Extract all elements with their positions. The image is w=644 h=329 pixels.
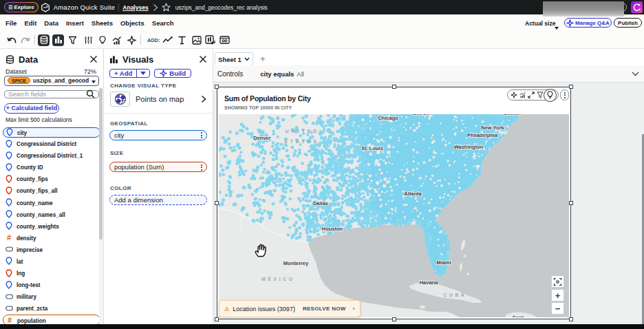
svg-text:Dallas: Dallas [313, 200, 328, 206]
svg-text:Philadelphia: Philadelphia [467, 132, 498, 138]
svg-text:Houston: Houston [322, 226, 343, 232]
svg-text:S T A T E S: S T A T E S [284, 139, 317, 144]
svg-text:Detroit: Detroit [413, 114, 430, 116]
svg-text:Monterrey: Monterrey [283, 260, 309, 266]
svg-text:St. Louis: St. Louis [361, 145, 383, 151]
svg-text:Miami: Miami [436, 259, 451, 266]
svg-text:Sant: Sant [513, 315, 524, 317]
svg-text:C U B A: C U B A [444, 293, 465, 297]
svg-text:Denver: Denver [253, 135, 271, 141]
svg-text:Boston: Boston [504, 114, 522, 116]
svg-text:New York: New York [481, 125, 504, 131]
svg-text:U N I T E D: U N I T E D [286, 129, 318, 134]
svg-text:Havana: Havana [420, 279, 439, 286]
svg-text:M É X I C O: M É X I C O [261, 276, 293, 282]
svg-text:Chicago: Chicago [378, 115, 398, 121]
svg-text:Washington: Washington [454, 144, 484, 150]
svg-text:Atlanta: Atlanta [404, 191, 422, 197]
